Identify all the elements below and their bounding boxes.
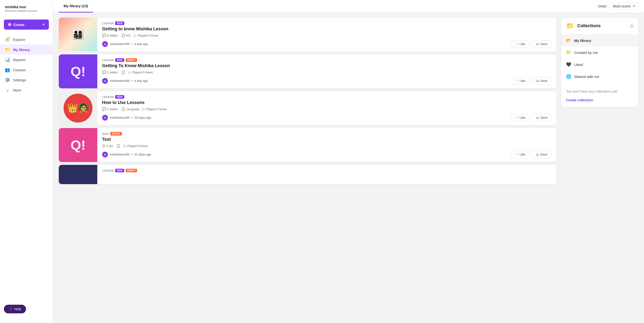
played-count: Played 3 times (146, 107, 167, 111)
lesson-type-row: LESSON NEW (102, 21, 552, 25)
play-icon: ▷ (128, 70, 131, 74)
sidebar-item-label: More (13, 88, 21, 92)
played-count: Played 0 times (132, 70, 153, 74)
thumb-image: 👨‍👩‍👧‍👦 (72, 29, 84, 40)
lesson-info: LESSON NEW Getting to know Mishika Lesso… (97, 17, 556, 51)
create-button[interactable]: ⊕ Create ▼ (4, 19, 49, 30)
badge-draft: DRAFT (126, 169, 137, 172)
badge-new: NEW (115, 21, 124, 25)
separator: • (131, 153, 132, 156)
lesson-thumbnail: Q! (59, 128, 97, 162)
create-label: Create (13, 23, 24, 27)
avatar: m (102, 41, 108, 47)
heart-icon: ♡ (516, 42, 518, 46)
help-button[interactable]: ❓ Help (4, 305, 26, 313)
table-row: Q! LESSON NEW DRAFT Getting To Know Mish… (59, 54, 556, 88)
like-button[interactable]: ♡ Like (512, 151, 530, 158)
slides-icon: ☰ (102, 144, 105, 148)
sidebar-item-classes[interactable]: 👥 Classes (0, 65, 53, 75)
grade-meta: 📋 (116, 144, 120, 148)
played-count: Played 0 times (127, 144, 148, 148)
lesson-type: QUIZ (102, 132, 109, 135)
save-button[interactable]: 🗂 Save (532, 151, 552, 158)
save-button[interactable]: 🗂 Save (532, 40, 552, 48)
collection-item-liked[interactable]: 🖤 Liked (561, 58, 638, 70)
lesson-type-row: LESSON NEW (102, 95, 552, 99)
grade-meta: 📋 1st grade (121, 107, 139, 111)
separator: • (131, 42, 132, 46)
author-name: mishikatoor99 (110, 153, 129, 156)
slides-icon: 💬 (102, 107, 106, 111)
heart-icon: ♡ (516, 153, 518, 156)
save-label: Save (540, 153, 548, 156)
tab-my-library[interactable]: My library (13) (59, 0, 93, 12)
like-button[interactable]: ♡ Like (512, 40, 530, 48)
author-row: m mishikatoor99 • a day ago (102, 78, 148, 84)
collection-item-created-by-me[interactable]: 📁 Created by me (561, 46, 638, 58)
grade-icon: 📋 (116, 144, 120, 148)
sidebar-item-reports[interactable]: 📊 Reports (0, 55, 53, 65)
lesson-type: LESSON (102, 169, 114, 172)
sidebar-item-label: My library (13, 48, 30, 52)
sidebar-item-label: Reports (13, 58, 26, 62)
folder-icon: 📁 (566, 50, 571, 55)
lesson-type: LESSON (102, 59, 114, 62)
lesson-footer: m mishikatoor99 • a day ago ♡ Like 🗂 (102, 77, 552, 84)
sidebar-item-label: Settings (13, 78, 26, 82)
create-collection-link[interactable]: Create collection (561, 98, 638, 107)
heart-icon: ♡ (516, 79, 518, 82)
played-meta: ▷ Played 0 times (128, 70, 153, 74)
save-icon: 🗂 (536, 42, 539, 46)
collection-item-label: Liked (574, 63, 583, 67)
info-icon[interactable]: ⊙ (630, 23, 634, 29)
sidebar-item-my-library[interactable]: 📁 My library (0, 44, 53, 55)
table-row: 👑🧑‍🏫 LESSON NEW How to Use Lessons 💬 (59, 91, 556, 125)
time-ago: 21 days ago (134, 153, 152, 156)
table-row: LESSON NEW DRAFT (59, 165, 556, 184)
collection-item-label: My library (574, 38, 591, 43)
save-icon: 🗂 (536, 79, 539, 82)
collections-panel: 📁 Collections ⊙ 📂 My library 📁 Created b… (561, 17, 638, 318)
grade-meta: 📋 (121, 70, 125, 74)
circle-red: 👑🧑‍🏫 (64, 94, 92, 122)
chevron-down-icon: ⌄ (5, 87, 10, 93)
order-select[interactable]: Most recent Oldest A-Z Z-A (610, 3, 638, 10)
like-button[interactable]: ♡ Like (512, 114, 530, 121)
separator: • (131, 116, 132, 119)
save-button[interactable]: 🗂 Save (532, 77, 552, 84)
collection-item-shared-with-me[interactable]: 🌐 Shared with me (561, 70, 638, 82)
save-label: Save (540, 116, 548, 119)
sidebar-item-settings[interactable]: ⚙️ Settings (0, 75, 53, 85)
sidebar-item-explore[interactable]: 🧭 Explore (0, 34, 53, 44)
time-ago: a day ago (134, 42, 148, 46)
table-row: 👨‍👩‍👧‍👦 LESSON NEW Getting to know Mishi… (59, 17, 556, 51)
separator: • (131, 79, 132, 82)
avatar: m (102, 152, 108, 157)
grade-icon: 📋 (121, 70, 125, 74)
slides-meta: 💬 2 slides (102, 107, 118, 111)
save-button[interactable]: 🗂 Save (532, 114, 552, 121)
sidebar-item-more[interactable]: ⌄ More (0, 85, 53, 95)
order-label: Order: (598, 4, 608, 8)
lesson-title: Getting to know Mishika Lesson (102, 26, 552, 31)
sidebar: mishika toor Schools & Districts account… (0, 0, 53, 323)
played-meta: ▷ Played 3 times (142, 107, 167, 111)
slides-icon: 💬 (102, 33, 106, 37)
help-label: Help (14, 307, 21, 311)
like-label: Like (520, 42, 526, 46)
author-name: mishikatoor99 (110, 116, 129, 119)
grade-icon: 📋 (121, 33, 125, 37)
action-buttons: ♡ Like 🗂 Save (512, 40, 552, 48)
badge-new: NEW (115, 58, 124, 62)
author-row: m mishikatoor99 • 21 days ago (102, 152, 151, 157)
lesson-thumbnail: 👨‍👩‍👧‍👦 (59, 17, 97, 51)
save-icon: 🗂 (536, 116, 539, 119)
collection-item-my-library[interactable]: 📂 My library (561, 34, 638, 46)
lesson-thumbnail: 👑🧑‍🏫 (59, 91, 97, 125)
order-area: Order: Most recent Oldest A-Z Z-A (598, 3, 638, 10)
like-button[interactable]: ♡ Like (512, 77, 530, 84)
sidebar-item-label: Explore (13, 37, 25, 42)
main-content: My library (13) Order: Most recent Oldes… (53, 0, 644, 323)
time-ago: a day ago (134, 79, 148, 82)
globe-icon: 🌐 (566, 74, 571, 79)
